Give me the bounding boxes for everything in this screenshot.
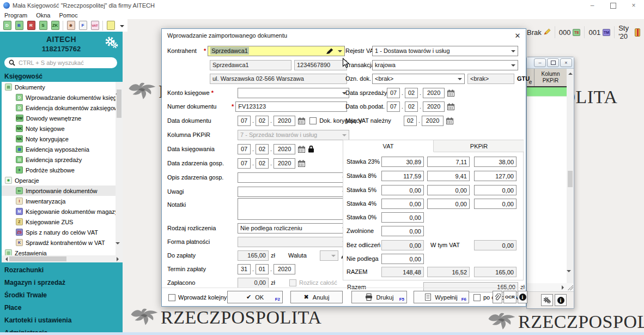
vat-value-field[interactable]: 0,00	[427, 199, 470, 209]
dok-korygujacy-checkbox[interactable]	[309, 117, 317, 124]
vat-value-field[interactable]: 38,00	[474, 157, 517, 167]
background-window[interactable]: – × e Kolumn PKPiR	[526, 57, 574, 309]
po-odlicz-vat-checkbox[interactable]	[473, 294, 481, 301]
date-part-m[interactable]: 02	[405, 101, 418, 112]
close-button[interactable]: ×	[560, 58, 572, 67]
status-te-register[interactable]: 000TE	[555, 26, 585, 38]
data-ob-podat-date[interactable]: 07.02.2020	[387, 101, 454, 112]
kontrahent-combobox[interactable]: Sprzedawca1	[208, 46, 345, 56]
tree-item-inventory[interactable]: IInwentaryzacja	[2, 196, 123, 206]
vat-value-field[interactable]: 0,00	[381, 199, 424, 209]
wprowadz-kolejny-checkbox[interactable]	[168, 294, 175, 301]
close-button[interactable]: ×	[623, 0, 644, 11]
info-button[interactable]: i	[518, 291, 527, 303]
status-tm-register[interactable]: 001TM	[585, 26, 615, 38]
documents-book-button[interactable]: D	[2, 20, 13, 31]
date-part-d[interactable]: 07	[238, 158, 251, 169]
scroll-left-arrow[interactable]	[3, 257, 8, 261]
minimize-button[interactable]: –	[534, 58, 546, 67]
ocr-button[interactable]: OCR	[503, 291, 517, 303]
minimize-button[interactable]: –	[582, 0, 603, 11]
vat-value-field[interactable]: 7,11	[427, 157, 470, 167]
menu-okna[interactable]: Okna	[32, 12, 54, 19]
vat-value-field[interactable]: 0,00	[427, 185, 470, 195]
tree-item-doc-entry[interactable]: DWprowadzanie dokumentów księgow	[2, 92, 123, 103]
vertical-scrollbar[interactable]	[567, 86, 574, 283]
data-ksiegowania-date[interactable]: 07.02.2020	[238, 144, 314, 154]
calendar-icon[interactable]	[298, 117, 305, 124]
numer-dokumentu-field[interactable]: FV123123	[235, 101, 347, 112]
vat-value-field[interactable]: 117,59	[381, 171, 424, 181]
chevron-down-icon[interactable]	[458, 78, 462, 82]
f-form-button[interactable]: F	[77, 20, 88, 31]
vat-value-field[interactable]: 0,00	[474, 199, 517, 209]
konto-ksiegowe-combobox[interactable]	[238, 88, 349, 98]
anuluj-button[interactable]: ✖ Anuluj	[290, 291, 343, 303]
calendar-icon[interactable]	[447, 103, 454, 110]
tree-item-operations-gear[interactable]: ✱Operacje	[2, 175, 123, 186]
status-journal-book[interactable]: Sty '20	[615, 26, 644, 38]
termin-zaplaty-date[interactable]: 31.01.2020	[238, 264, 295, 274]
tree-vertical-scrollbar[interactable]	[116, 82, 123, 255]
maximize-button[interactable]	[603, 0, 623, 11]
date-part-m[interactable]: 02	[256, 116, 269, 126]
lock-icon[interactable]	[308, 145, 314, 153]
tree-item-correcting-notes[interactable]: NKNoty korygujące	[2, 134, 123, 144]
date-part-d[interactable]: 31	[238, 264, 251, 274]
tree-item-check-contractors-vat[interactable]: KSprawdź kontrahentów w VAT	[2, 237, 123, 248]
vat-value-field[interactable]: 0,00	[381, 226, 424, 236]
scrollbar-thumb[interactable]	[568, 171, 573, 187]
date-part-y[interactable]: 2020	[423, 88, 445, 98]
date-part-y[interactable]: 2020	[423, 101, 445, 112]
chevron-down-icon[interactable]	[338, 50, 342, 55]
module-kartoteki-i-ustawienia[interactable]: Kartoteki i ustawienia	[0, 314, 123, 326]
notatki-textarea[interactable]	[238, 198, 349, 220]
tree-item-internal-proofs[interactable]: DWDowody wewnętrzne	[2, 113, 123, 123]
module-środki-trwałe[interactable]: Środki Trwałe	[0, 289, 123, 301]
transakcja-combobox[interactable]: krajowa	[372, 60, 518, 70]
scroll-up-arrow[interactable]	[567, 69, 574, 86]
vat-declaration-button[interactable]: VAT	[89, 20, 100, 31]
date-part-d[interactable]: 07	[238, 144, 251, 154]
toolbar-more-dropdown-icon[interactable]	[120, 25, 124, 29]
resize-grip[interactable]	[568, 285, 573, 290]
vat-value-field[interactable]: 0,00	[381, 254, 424, 264]
date-part-d[interactable]: 07	[238, 116, 251, 126]
note-button[interactable]	[105, 20, 116, 31]
date-part-y[interactable]: 2020	[274, 116, 295, 126]
date-part-y[interactable]: 2020	[274, 158, 295, 169]
date-part-m[interactable]: 02	[404, 116, 417, 126]
tab-pkpir[interactable]: PKPiR	[434, 140, 524, 152]
vat-value-field[interactable]: 127,00	[474, 171, 517, 181]
rodzaj-rozliczenia-combobox[interactable]: Nie podlega rozliczeniu	[238, 223, 349, 234]
search-box[interactable]	[4, 57, 117, 68]
zk-ledger-button[interactable]: ZK	[50, 20, 60, 31]
settings-gears-icon[interactable]	[104, 36, 118, 51]
tree-item-equipment-register[interactable]: ▦Ewidencja wyposażenia	[2, 144, 123, 154]
opis-zdarzenia-combobox[interactable]	[238, 172, 349, 183]
vat-value-field[interactable]: 9,41	[427, 171, 470, 181]
maximize-button[interactable]	[547, 58, 559, 67]
tree-item-accounting-notes[interactable]: NKNoty księgowe	[2, 123, 123, 134]
chevron-down-icon[interactable]	[511, 50, 515, 55]
dialog-close-button[interactable]: ✕	[511, 30, 525, 41]
menu-pomoc[interactable]: Pomoc	[54, 12, 82, 19]
data-dokumentu-date[interactable]: 07.02.2020	[238, 116, 305, 126]
tree-item-import-documents[interactable]: ⇐Importowanie dokumentów	[2, 186, 123, 196]
rejestr-vat-combobox[interactable]: 1 - Dostawa towarów i usług	[372, 46, 518, 56]
scrollbar-thumb[interactable]	[117, 89, 121, 118]
module-rozrachunki[interactable]: Rozrachunki	[0, 264, 123, 276]
chevron-down-icon[interactable]	[511, 64, 515, 69]
scroll-right-arrow[interactable]	[562, 285, 566, 290]
scrollbar-thumb[interactable]	[9, 256, 66, 261]
scroll-down-arrow[interactable]	[567, 272, 574, 282]
date-part-m[interactable]: 02	[256, 158, 269, 169]
search-input[interactable]	[17, 59, 113, 67]
settings-gears-button[interactable]	[541, 294, 553, 306]
date-part-m[interactable]: 02	[256, 144, 269, 154]
tree-item-vat-physical-inventory[interactable]: ZSSpis z natury do celów VAT	[2, 227, 123, 237]
ok-button[interactable]: ✔ OK F2	[227, 291, 283, 303]
attachment-button[interactable]	[493, 291, 502, 303]
tree-item-reports[interactable]: ▥Zestawienia	[2, 248, 123, 255]
tree-item-doc-ledger[interactable]: DEwidencja dokumentów zaksięgowan	[2, 103, 123, 113]
